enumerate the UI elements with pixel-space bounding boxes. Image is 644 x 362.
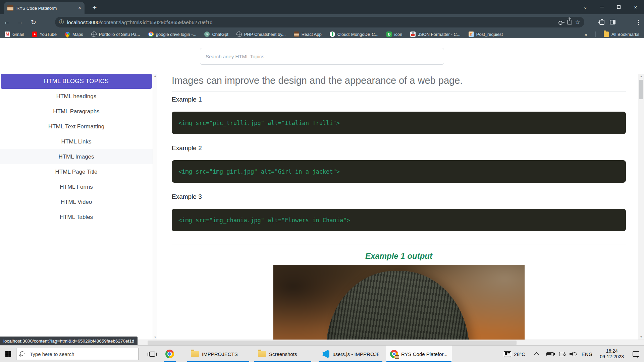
bookmark-star-icon[interactable]: ☆ [575,19,580,26]
extensions-puzzle-icon[interactable] [599,20,604,25]
sidebar-item-html-forms[interactable]: HTML Forms [0,179,153,194]
taskbar-app-screenshots[interactable]: Screenshots [254,346,312,362]
sidebar-item-html-video[interactable]: HTML Video [0,194,153,209]
speaker-icon[interactable] [570,352,573,356]
password-key-icon[interactable] [558,19,564,25]
battery-icon[interactable] [546,352,554,356]
clock[interactable]: 16:24 09-12-2023 [600,348,624,360]
bookmark-chatgpt[interactable]: ✳ChatGpt [204,32,228,37]
bookmarks-overflow-icon[interactable]: » [585,32,587,37]
sidebar-item-html-tables[interactable]: HTML Tables [0,209,153,225]
taskbar-search-input[interactable] [16,348,139,360]
page-title: Images can improve the design and the ap… [172,75,626,86]
minimize-button[interactable] [594,0,610,14]
code-text: <img src="pic_trulli.jpg" alt="Italian T… [178,120,340,126]
reload-icon[interactable]: ↻ [27,18,40,26]
speaker-wave-icon [574,352,577,356]
back-icon[interactable]: ← [0,18,13,26]
sidebar-item-html-links[interactable]: HTML Links [0,134,153,149]
globe-icon [236,32,242,37]
example-2-label: Example 2 [172,144,202,152]
bookmark-youtube[interactable]: YouTube [32,32,57,37]
bookmark-post-requiest[interactable]: DPost_requiest [469,32,503,37]
sidebar-header: HTML BLOGS TOPICS [1,74,152,89]
google-g-icon [148,32,154,37]
menu-dots-icon[interactable]: ⋮ [636,19,641,26]
taskbar-app-rys-chrome[interactable]: RYS Code Platefor... [386,346,452,362]
taskbar-app-vscode[interactable]: users.js - IMPPROJE... [318,346,383,362]
tab-close-icon[interactable]: × [78,5,81,11]
sidebar-scrollbar[interactable]: ▲ ▼ [153,74,157,340]
address-bar[interactable]: ⓘ localhost:3000/content?lag=html&id=650… [55,17,584,27]
tray-expand-chevron-icon[interactable] [534,352,539,357]
bookmark-json-formatter[interactable]: JSON Formatter - C... [410,32,460,37]
start-button[interactable] [0,346,16,362]
site-info-icon[interactable]: ⓘ [59,19,64,25]
bookmark-maps[interactable]: Maps [65,32,83,37]
scroll-up-icon[interactable]: ▲ [638,75,644,78]
new-tab-button[interactable]: + [90,3,99,13]
mongodb-leaf-icon [330,32,335,37]
maximize-button[interactable] [610,0,627,14]
tab-search-chevron-icon[interactable]: ⌄ [577,0,594,14]
screen: RYS Code Plateform × + ⌄ × ← → ↻ ⓘ local… [0,0,644,362]
sidebar-item-html-page-title[interactable]: HTML Page Title [0,164,153,179]
folder-icon [191,351,199,357]
code-block-example-2: <img src="img_girl.jpg" alt="Girl in a j… [172,160,626,183]
bookmark-php-cheatsheet[interactable]: PHP Cheatsheet by... [236,32,286,37]
bookmark-icon-site[interactable]: Bicon [386,32,402,37]
bookmarks-divider [595,32,596,37]
scrollbar-thumb[interactable] [639,80,643,99]
example-output-image [273,265,525,345]
status-link-tooltip: localhost:3000/content?lag=html&id=65029… [0,337,138,345]
bookmark-google-drive[interactable]: google drive login -... [148,32,197,37]
window-close-button[interactable]: × [627,0,644,14]
task-view-button[interactable] [144,346,160,362]
sidebar-item-html-paragraphs[interactable]: HTML Paragraphs [0,104,153,119]
tab-title: RYS Code Plateform [16,6,75,11]
scroll-up-icon[interactable]: ▲ [153,74,157,77]
topic-search-input[interactable] [200,48,444,65]
all-bookmarks-button[interactable]: All Bookmarks [604,32,639,37]
profile-avatar[interactable] [621,17,630,27]
share-icon[interactable] [567,20,572,24]
scroll-down-icon[interactable]: ▼ [153,336,157,339]
bookmarks-folder-icon [604,32,609,37]
news-weather-icon[interactable] [504,351,511,357]
sidebar-item-html-headings[interactable]: HTML headings [0,89,153,104]
chrome-icon [165,350,174,358]
scrollbar-thumb[interactable] [148,341,517,345]
taskbar-app-impprojects[interactable]: IMPPROJECTS [187,346,250,362]
scroll-down-icon[interactable]: ▼ [638,336,644,339]
site-favicon-icon [7,5,13,11]
date-text: 09-12-2023 [600,354,624,360]
bookmark-mongodb[interactable]: Cloud: MongoDB C... [330,32,379,37]
example-3-label: Example 3 [172,193,202,200]
task-view-icon [149,352,155,357]
bookmarks-bar: MGmail YouTube Maps Portfolio of Setu Pa… [0,30,644,38]
forward-icon[interactable]: → [13,18,27,26]
bookmark-gmail[interactable]: MGmail [5,32,24,37]
side-panel-icon[interactable] [610,20,615,24]
example-output-heading: Example 1 output [172,251,626,261]
bookmark-portfolio[interactable]: Portfolio of Setu Pa... [91,32,140,37]
browser-tab[interactable]: RYS Code Plateform × [4,2,85,14]
web-page: HTML BLOGS TOPICS HTML headings HTML Par… [0,38,644,345]
code-text: <img src="img_girl.jpg" alt="Girl in a j… [178,168,340,175]
action-center-icon[interactable] [633,351,639,357]
json-formatter-icon [410,32,416,37]
maps-pin-icon [64,31,71,38]
gmail-icon: M [5,32,10,37]
sidebar-item-html-text-formatting[interactable]: HTML Text Formatting [0,119,153,134]
language-indicator[interactable]: ENG [582,351,593,357]
display-cast-icon[interactable] [559,352,565,356]
toolbar-right: ⋮ [599,14,641,30]
window-controls: ⌄ × [577,0,644,14]
bookmark-react-app[interactable]: React App [294,32,322,37]
temperature-text[interactable]: 28°C [514,351,525,357]
sidebar-item-html-images[interactable]: HTML Images [0,149,153,164]
url-path: /content?lag=html&id=65029bf48659faeb627… [100,19,213,25]
url-text: localhost:3000/content?lag=html&id=65029… [67,19,555,25]
page-vertical-scrollbar[interactable]: ▲ ▼ [638,74,644,340]
taskbar-app-chrome[interactable] [162,346,178,362]
